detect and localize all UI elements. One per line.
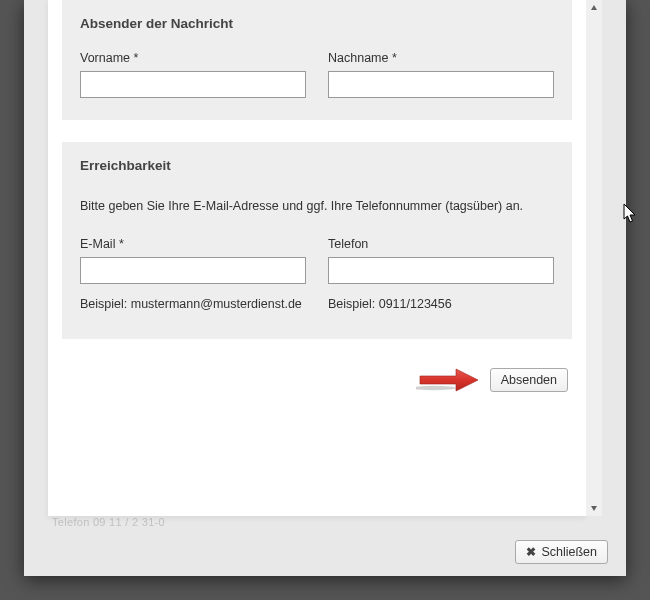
submit-row: Absenden — [62, 361, 572, 395]
sender-section-title: Absender der Nachricht — [80, 16, 554, 31]
phone-input[interactable] — [328, 257, 554, 284]
firstname-input[interactable] — [80, 71, 306, 98]
email-hint: Beispiel: mustermann@musterdienst.de — [80, 292, 306, 317]
scrollbar-down-icon[interactable] — [586, 500, 602, 516]
scrollbar-track[interactable] — [586, 0, 602, 500]
email-input[interactable] — [80, 257, 306, 284]
modal-container: Telefon 09 11 / 2 31-0 ✖ Schließen Absen… — [24, 0, 626, 576]
phone-hint: Beispiel: 0911/123456 — [328, 292, 554, 317]
firstname-field: Vorname * — [80, 51, 306, 98]
close-icon: ✖ — [526, 545, 536, 559]
highlight-arrow-icon — [416, 365, 482, 395]
phone-label: Telefon — [328, 237, 554, 251]
lastname-field: Nachname * — [328, 51, 554, 98]
svg-point-0 — [416, 386, 456, 390]
contact-section: Erreichbarkeit Bitte geben Sie Ihre E-Ma… — [62, 142, 572, 339]
sender-section: Absender der Nachricht Vorname * Nachnam… — [62, 0, 572, 120]
lastname-label: Nachname * — [328, 51, 554, 65]
scrollbar-up-icon[interactable] — [586, 0, 602, 16]
submit-button[interactable]: Absenden — [490, 368, 568, 392]
lastname-input[interactable] — [328, 71, 554, 98]
submit-button-label: Absenden — [501, 373, 557, 387]
form-panel: Absender der Nachricht Vorname * Nachnam… — [48, 0, 586, 516]
close-button-label: Schließen — [541, 545, 597, 559]
email-label: E-Mail * — [80, 237, 306, 251]
close-button[interactable]: ✖ Schließen — [515, 540, 608, 564]
contact-section-description: Bitte geben Sie Ihre E-Mail-Adresse und … — [80, 193, 554, 219]
email-field: E-Mail * Beispiel: mustermann@musterdien… — [80, 237, 306, 317]
background-phone-text: Telefon 09 11 / 2 31-0 — [52, 516, 165, 528]
contact-section-title: Erreichbarkeit — [80, 158, 554, 173]
firstname-label: Vorname * — [80, 51, 306, 65]
phone-field: Telefon Beispiel: 0911/123456 — [328, 237, 554, 317]
